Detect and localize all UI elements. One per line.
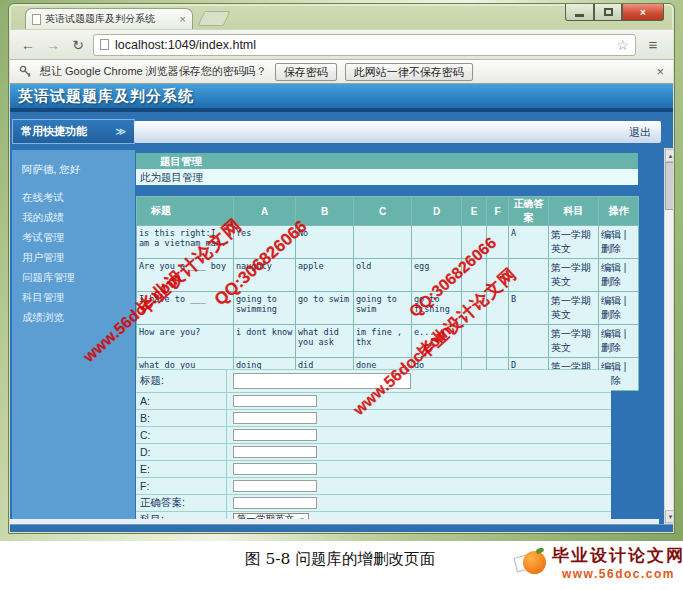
cell-title: How are you?: [137, 325, 234, 358]
option-c-field[interactable]: [233, 429, 317, 441]
cell-c: im fine , thx: [354, 325, 412, 358]
scrollbar-thumb[interactable]: [665, 162, 673, 210]
divider: [226, 427, 227, 443]
delete-link[interactable]: 删除: [601, 243, 621, 254]
sidebar-item-my-scores[interactable]: 我的成绩: [12, 207, 135, 227]
e-label: E:: [140, 463, 226, 475]
divider: [226, 444, 227, 460]
sidebar-item-online-exam[interactable]: 在线考试: [12, 187, 135, 207]
table-header-row: 标题 A B C D E F 正确答案 科目 操作: [137, 197, 639, 226]
browser-window: 英语试题题库及判分系统 × × ← → ↻ localhost:1049/ind…: [8, 3, 675, 534]
scroll-up-icon[interactable]: ▲: [665, 149, 673, 162]
action-separator: |: [624, 262, 627, 273]
sidebar-item-subject-management[interactable]: 科目管理: [12, 287, 135, 307]
option-a-field[interactable]: [233, 395, 317, 407]
col-c: C: [354, 197, 412, 226]
reload-button[interactable]: ↻: [68, 35, 88, 55]
cell-a: i dont know: [234, 325, 296, 358]
logout-link[interactable]: 退出: [629, 125, 651, 140]
vertical-scrollbar[interactable]: ▲ ▼: [664, 148, 673, 524]
site-logo-text: 毕业设计论文网 www.56doc.com: [552, 544, 683, 581]
browser-tab[interactable]: 英语试题题库及判分系统 ×: [25, 8, 193, 29]
panel-title: 题目管理: [136, 153, 638, 169]
tab-favicon-icon: [32, 14, 41, 25]
bookmark-star-icon[interactable]: ☆: [616, 37, 629, 53]
col-subject: 科目: [549, 197, 599, 226]
divider: [226, 478, 227, 494]
sidebar-item-question-bank[interactable]: 问题库管理: [12, 267, 135, 287]
cell-actions: 编辑 | 删除: [599, 226, 639, 259]
user-greeting: 阿萨德, 您好: [12, 150, 135, 187]
table-row: How are you? i dont know what did you as…: [137, 325, 639, 358]
close-window-button[interactable]: ×: [622, 4, 664, 21]
tab-close-icon[interactable]: ×: [180, 14, 186, 25]
cell-actions: 编辑 | 删除: [599, 325, 639, 358]
cell-b: apple: [296, 259, 354, 292]
option-f-field[interactable]: [233, 480, 317, 492]
col-e: E: [462, 197, 487, 226]
cell-a: going to swimming: [234, 292, 296, 325]
url-text[interactable]: localhost:1049/index.html: [115, 38, 256, 52]
cell-subject: 第一学期英文: [549, 292, 599, 325]
cell-c: [354, 226, 412, 259]
cell-answer: B: [509, 292, 549, 325]
cell-subject: 第一学期英文: [549, 226, 599, 259]
answer-label: 正确答案:: [140, 496, 226, 510]
d-label: D:: [140, 446, 226, 458]
panel-subtitle: 此为题目管理: [136, 169, 638, 185]
cell-actions: 编辑 | 删除: [599, 259, 639, 292]
col-answer: 正确答案: [509, 197, 549, 226]
divider: [226, 393, 227, 409]
option-b-field[interactable]: [233, 412, 317, 424]
page-icon: [100, 39, 109, 50]
infobar-close-icon[interactable]: ×: [656, 64, 664, 79]
cell-answer: [509, 325, 549, 358]
minimize-button[interactable]: [565, 4, 594, 21]
delete-link[interactable]: 删除: [601, 276, 621, 287]
close-icon: ×: [640, 7, 646, 18]
c-label: C:: [140, 429, 226, 441]
address-bar[interactable]: localhost:1049/index.html ☆: [93, 34, 636, 56]
sidebar-item-user-management[interactable]: 用户管理: [12, 247, 135, 267]
col-b: B: [296, 197, 354, 226]
save-password-button[interactable]: 保存密码: [275, 63, 337, 81]
option-e-field[interactable]: [233, 463, 317, 475]
action-separator: |: [624, 295, 627, 306]
forward-button[interactable]: →: [43, 35, 63, 55]
option-d-field[interactable]: [233, 446, 317, 458]
page-footer: [10, 524, 673, 532]
col-a: A: [234, 197, 296, 226]
site-logo: 毕业设计论文网 www.56doc.com: [514, 544, 682, 581]
correct-answer-field[interactable]: [233, 497, 317, 509]
col-title: 标题: [137, 197, 234, 226]
sidebar-item-exam-management[interactable]: 考试管理: [12, 227, 135, 247]
leaf-icon: [535, 546, 544, 553]
screenshot-canvas: 英语试题题库及判分系统 × × ← → ↻ localhost:1049/ind…: [0, 0, 683, 590]
site-logo-url: www.56doc.com: [562, 567, 675, 581]
delete-link[interactable]: 删除: [601, 309, 621, 320]
figure-caption: 图 5-8 问题库的增删改页面: [140, 549, 540, 570]
cell-b: go to swim: [296, 292, 354, 325]
sidebar-header[interactable]: 常用快捷功能 ≫: [12, 119, 135, 144]
chrome-menu-icon[interactable]: ≡: [641, 35, 665, 55]
cell-d: [412, 226, 462, 259]
edit-link[interactable]: 编辑: [601, 328, 621, 339]
maximize-button[interactable]: [594, 4, 622, 21]
top-toolbar: 退出: [134, 121, 661, 143]
scroll-down-icon[interactable]: ▼: [665, 510, 673, 523]
new-tab-button[interactable]: [198, 11, 231, 26]
divider: [226, 461, 227, 477]
divider: [226, 495, 227, 511]
edit-link[interactable]: 编辑: [601, 229, 621, 240]
minimize-icon: [575, 14, 584, 17]
edit-link[interactable]: 编辑: [601, 262, 621, 273]
edit-link[interactable]: 编辑: [601, 295, 621, 306]
form-row-e: E:: [136, 461, 611, 478]
cell-f: [487, 325, 509, 358]
never-save-password-button[interactable]: 此网站一律不保存密码: [345, 63, 473, 81]
back-button[interactable]: ←: [18, 35, 38, 55]
maximize-icon: [604, 8, 613, 16]
action-separator: |: [624, 229, 627, 240]
delete-link[interactable]: 删除: [601, 342, 621, 353]
header-divider: [10, 108, 673, 112]
